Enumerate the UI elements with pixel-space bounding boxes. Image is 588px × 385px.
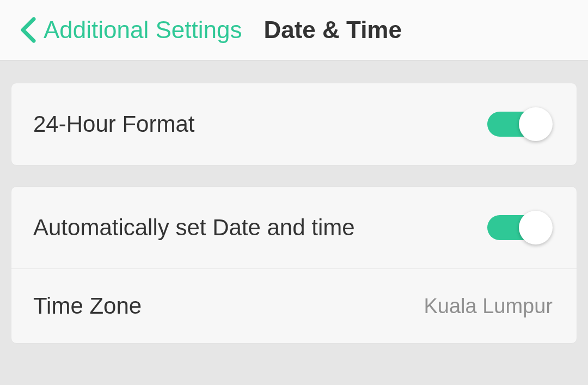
page-title: Date & Time: [264, 16, 402, 44]
card-hour-format: 24-Hour Format: [11, 83, 577, 166]
row-time-zone[interactable]: Time Zone Kuala Lumpur: [11, 268, 577, 343]
header: Additional Settings Date & Time: [0, 0, 588, 61]
chevron-left-icon: [20, 17, 36, 43]
row-label-time-zone: Time Zone: [33, 293, 142, 319]
toggle-24-hour-format[interactable]: [487, 107, 553, 141]
toggle-auto-date-time[interactable]: [487, 211, 553, 245]
toggle-knob: [519, 211, 553, 245]
row-label-24-hour: 24-Hour Format: [33, 111, 194, 137]
row-label-auto-date-time: Automatically set Date and time: [33, 215, 355, 241]
toggle-knob: [519, 107, 553, 141]
row-24-hour-format[interactable]: 24-Hour Format: [11, 83, 577, 165]
back-button[interactable]: Additional Settings: [20, 16, 242, 44]
row-value-time-zone: Kuala Lumpur: [424, 295, 553, 318]
card-date-time: Automatically set Date and time Time Zon…: [11, 186, 577, 344]
row-auto-date-time[interactable]: Automatically set Date and time: [11, 187, 577, 268]
back-label: Additional Settings: [44, 16, 242, 44]
content: 24-Hour Format Automatically set Date an…: [0, 61, 588, 344]
